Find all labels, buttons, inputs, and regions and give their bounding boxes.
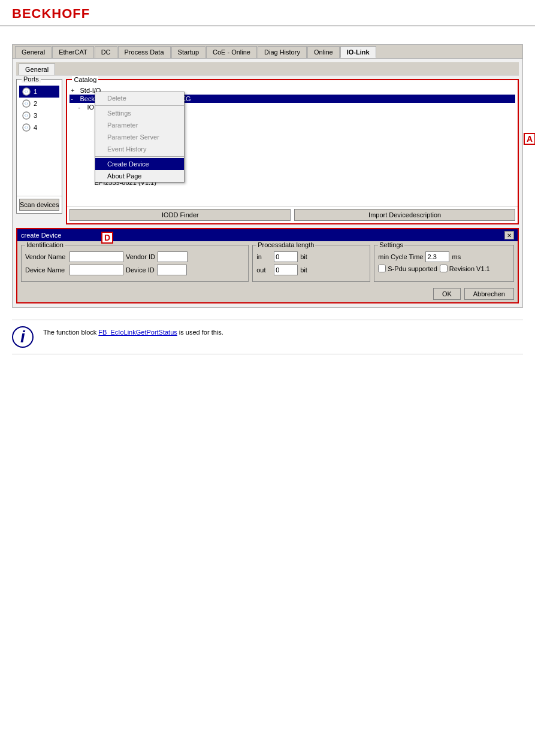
bottom-divider <box>12 354 523 354</box>
device-id-label: Device ID <box>126 266 155 274</box>
header: BECKHOFF <box>0 0 535 26</box>
expand-beckhoff[interactable]: - <box>71 96 78 102</box>
revision-label: Revision V1.1 <box>449 265 490 272</box>
info-link[interactable]: FB_EcIoLinkGetPortStatus <box>98 329 177 336</box>
revision-checkbox-label[interactable]: Revision V1.1 <box>440 265 490 272</box>
svg-point-5 <box>25 114 28 117</box>
svg-point-7 <box>25 126 28 129</box>
processdata-legend: Processdata length <box>256 241 315 248</box>
expand-std-io[interactable]: + <box>71 87 78 94</box>
create-device-dialog: create Device ✕ D Identification Vendor … <box>16 228 519 303</box>
device-id-input[interactable] <box>157 265 187 275</box>
dialog-title: create Device <box>21 232 61 239</box>
menu-settings[interactable]: Settings <box>95 107 184 119</box>
s-pdu-checkbox-label[interactable]: S-Pdu supported <box>378 265 437 272</box>
dialog-close-button[interactable]: ✕ <box>504 231 514 239</box>
tab-ethercat[interactable]: EtherCAT <box>52 46 93 58</box>
port-1-icon <box>22 87 31 96</box>
settings-fieldset: Settings min Cycle Time ms S-Pdu support… <box>374 245 514 282</box>
inner-panel: General Ports <box>13 59 522 307</box>
revision-checkbox[interactable] <box>440 265 448 272</box>
marker-d: D <box>101 232 113 244</box>
process-in-unit: bit <box>300 253 307 260</box>
min-cycle-time-input[interactable] <box>425 251 449 262</box>
menu-parameter[interactable]: Parameter <box>95 119 184 131</box>
process-out-row: out bit <box>256 265 366 275</box>
expand-epi1809-0022 <box>85 138 92 144</box>
ok-button[interactable]: OK <box>433 288 461 300</box>
cancel-button[interactable]: Abbrechen <box>464 288 514 300</box>
port-2-icon <box>22 99 31 108</box>
import-device-button[interactable]: Import Devicedescription <box>294 209 515 221</box>
expand-epi2008-0002 <box>85 154 92 161</box>
catalog-label: Catalog <box>72 76 98 83</box>
expand-epi1008-0001 <box>85 113 92 119</box>
dialog-body: Identification Vendor Name Vendor ID Dev… <box>17 241 518 286</box>
min-cycle-time-unit: ms <box>452 253 461 260</box>
menu-create-device[interactable]: Create Device <box>95 158 184 170</box>
beckhoff-logo: BECKHOFF <box>12 6 90 21</box>
expand-epi2338-0001 <box>85 163 92 169</box>
tab-online[interactable]: Online <box>307 46 340 58</box>
port-4-icon <box>22 123 31 132</box>
tab-startup[interactable]: Startup <box>171 46 205 58</box>
bottom-section: i The function block FB_EcIoLinkGetPortS… <box>12 320 523 348</box>
scan-btn-row: Scan devices <box>17 196 62 213</box>
menu-event-history[interactable]: Event History <box>95 143 184 155</box>
port-2-label: 2 <box>34 100 37 107</box>
ports-content: 1 2 <box>17 80 62 136</box>
tab-diag-history[interactable]: Diag History <box>258 46 307 58</box>
dialog-buttons: OK Abbrechen <box>17 286 518 302</box>
tab-dc[interactable]: DC <box>95 46 117 58</box>
port-item-2[interactable]: 2 <box>19 98 59 110</box>
expand-io-module[interactable]: - <box>78 104 85 111</box>
ports-label: Ports <box>22 75 41 83</box>
process-in-label: in <box>256 253 271 260</box>
vendor-id-input[interactable] <box>158 251 188 262</box>
identification-legend: Identification <box>25 241 65 248</box>
vendor-name-input[interactable] <box>69 251 123 262</box>
info-text: The function block FB_EcIoLinkGetPortSta… <box>43 326 223 336</box>
min-cycle-time-row: min Cycle Time ms <box>378 251 510 262</box>
port-1-label: 1 <box>34 88 37 95</box>
s-pdu-label: S-Pdu supported <box>388 265 437 272</box>
menu-divider-2 <box>95 156 184 157</box>
menu-delete[interactable]: Delete <box>95 92 184 104</box>
tab-general[interactable]: General <box>15 46 52 58</box>
process-out-input[interactable] <box>274 265 298 275</box>
process-out-label: out <box>256 266 271 274</box>
iodd-finder-button[interactable]: IODD Finder <box>69 209 291 221</box>
min-cycle-time-label: min Cycle Time <box>378 253 423 260</box>
tab-coe-online[interactable]: CoE - Online <box>206 46 257 58</box>
device-name-label: Device Name <box>25 266 67 274</box>
context-menu: Delete Settings Parameter Parameter Serv… <box>95 92 185 183</box>
svg-point-3 <box>25 102 28 105</box>
tab-process-data[interactable]: Process Data <box>118 46 171 58</box>
info-icon: i <box>12 326 34 348</box>
checkboxes-row: S-Pdu supported Revision V1.1 <box>378 265 510 272</box>
dialog-title-bar: create Device ✕ <box>17 229 518 241</box>
expand-epi2008-0001 <box>85 146 92 153</box>
vendor-name-label: Vendor Name <box>25 253 67 260</box>
port-item-4[interactable]: 4 <box>19 122 59 133</box>
menu-parameter-server[interactable]: Parameter Server <box>95 131 184 143</box>
port-3-label: 3 <box>34 112 37 119</box>
scan-devices-button[interactable]: Scan devices <box>19 199 59 211</box>
svg-point-1 <box>25 90 28 93</box>
tab-bar: General EtherCAT DC Process Data Startup… <box>13 45 522 59</box>
iodd-row: IODD Finder Import Devicedescription <box>67 206 518 223</box>
port-item-1[interactable]: 1 <box>19 86 59 98</box>
sub-tab-general[interactable]: General <box>19 63 55 75</box>
process-in-row: in bit <box>256 251 366 262</box>
tab-io-link[interactable]: IO-Link <box>340 46 376 58</box>
ports-panel: Ports 1 <box>16 79 62 214</box>
processdata-fieldset: Processdata length in bit out bit <box>252 245 370 282</box>
device-name-input[interactable] <box>69 265 123 275</box>
port-item-3[interactable]: 3 <box>19 110 59 122</box>
menu-divider-1 <box>95 105 184 106</box>
identification-fieldset: Identification Vendor Name Vendor ID Dev… <box>21 245 249 282</box>
menu-about-page[interactable]: About Page <box>95 170 184 182</box>
main-panel: General EtherCAT DC Process Data Startup… <box>12 44 523 308</box>
process-in-input[interactable] <box>274 251 298 262</box>
s-pdu-checkbox[interactable] <box>378 265 386 272</box>
